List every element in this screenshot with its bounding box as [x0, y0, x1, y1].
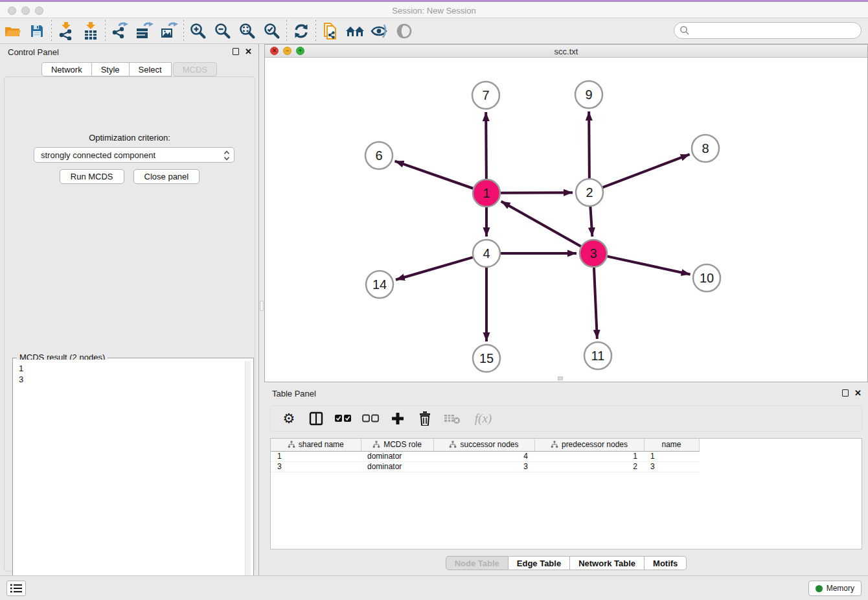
column-tree-icon — [372, 441, 380, 448]
table-cell[interactable]: 3 — [644, 461, 699, 472]
graph-node-10[interactable]: 10 — [693, 264, 720, 292]
table-cell[interactable]: 1 — [534, 451, 644, 461]
tab-node-table[interactable]: Node Table — [446, 556, 508, 570]
splitter-handle[interactable] — [260, 301, 264, 311]
clone-network-icon — [322, 22, 339, 40]
network-overview-button[interactable] — [343, 20, 367, 42]
svg-text:6: 6 — [375, 148, 382, 163]
birdseye-view-button[interactable] — [392, 20, 417, 42]
table-cell[interactable]: 1 — [644, 451, 699, 461]
control-panel-tabs: Network Style Select MCDS — [0, 62, 258, 76]
float-table-panel-icon[interactable] — [842, 389, 849, 397]
table-settings-button[interactable]: ⚙ — [280, 410, 298, 428]
graph-edge-1-2[interactable] — [501, 192, 573, 193]
float-panel-icon[interactable] — [233, 48, 239, 55]
zoom-selected-button[interactable] — [260, 20, 284, 42]
delete-row-button[interactable] — [416, 410, 434, 428]
contrast-eye-icon — [396, 23, 413, 40]
open-folder-icon — [4, 23, 21, 39]
graph-edge-3-10[interactable] — [607, 257, 690, 275]
open-session-button[interactable] — [0, 20, 25, 42]
network-graph[interactable]: 7968124314101511 — [265, 58, 867, 382]
zoom-out-button[interactable] — [211, 20, 235, 42]
tab-edge-table[interactable]: Edge Table — [508, 556, 570, 570]
graph-node-9[interactable]: 9 — [575, 81, 602, 108]
graph-node-1[interactable]: 1 — [473, 179, 500, 207]
import-network-button[interactable] — [54, 20, 78, 42]
tab-style[interactable]: Style — [92, 62, 130, 76]
canvas-resize-grip[interactable] — [558, 376, 563, 380]
zoom-fit-button[interactable] — [235, 20, 260, 42]
column-header-successor-nodes[interactable]: successor nodes — [433, 439, 534, 451]
toolbar-separator — [315, 20, 316, 42]
show-columns-button[interactable] — [307, 410, 325, 428]
column-header-shared-name[interactable]: shared name — [271, 439, 361, 451]
table-cell[interactable]: 1 — [271, 451, 361, 461]
graph-edge-4-14[interactable] — [396, 257, 473, 280]
add-row-button[interactable] — [389, 410, 407, 428]
graph-node-15[interactable]: 15 — [473, 345, 500, 372]
graph-edge-2-3[interactable] — [590, 207, 592, 237]
delete-table-button[interactable] — [443, 410, 461, 428]
column-header-predecessor-nodes[interactable]: predecessor nodes — [534, 439, 644, 451]
save-session-button[interactable] — [25, 20, 49, 42]
select-all-button[interactable] — [334, 410, 352, 428]
svg-text:7: 7 — [482, 88, 489, 102]
column-header-MCDS-role[interactable]: MCDS role — [361, 439, 433, 451]
graph-edge-2-9[interactable] — [589, 111, 589, 178]
graph-node-2[interactable]: 2 — [576, 179, 603, 206]
zoom-in-icon — [190, 23, 207, 40]
graph-edge-3-11[interactable] — [594, 268, 597, 339]
table-cell[interactable]: dominator — [361, 451, 433, 461]
tab-network[interactable]: Network — [41, 62, 92, 76]
search-input[interactable] — [674, 22, 862, 39]
graph-node-4[interactable]: 4 — [473, 240, 500, 267]
table-cell[interactable]: 3 — [433, 461, 534, 472]
run-mcds-button[interactable]: Run MCDS — [60, 169, 124, 184]
graph-node-6[interactable]: 6 — [365, 142, 393, 169]
graph-edge-2-8[interactable] — [603, 154, 690, 187]
refresh-layout-button[interactable] — [289, 20, 314, 42]
clone-network-button[interactable] — [318, 20, 343, 42]
mcds-result-list[interactable]: 1 3 — [14, 360, 252, 600]
result-scrollbar[interactable] — [245, 361, 251, 600]
graph-node-3[interactable]: 3 — [580, 240, 607, 267]
network-window-titlebar[interactable]: ✕ – + scc.txt — [265, 45, 867, 58]
close-panel-button[interactable]: Close panel — [133, 169, 200, 184]
zoom-in-button[interactable] — [186, 20, 211, 42]
main-toolbar — [0, 18, 868, 44]
graph-node-7[interactable]: 7 — [472, 82, 499, 109]
close-table-panel-icon[interactable]: ✕ — [854, 389, 862, 397]
tab-motifs[interactable]: Motifs — [645, 556, 687, 570]
graph-edge-1-7[interactable] — [486, 112, 486, 179]
panel-splitter[interactable] — [259, 44, 264, 575]
task-history-button[interactable] — [6, 581, 26, 596]
table-row[interactable]: 1dominator411 — [271, 451, 699, 461]
import-table-button[interactable] — [78, 20, 103, 42]
table-cell[interactable]: dominator — [361, 461, 433, 472]
graph-node-11[interactable]: 11 — [584, 342, 611, 369]
export-image-button[interactable] — [157, 20, 181, 42]
tab-select[interactable]: Select — [130, 62, 172, 76]
graph-edge-1-6[interactable] — [395, 161, 474, 189]
close-panel-icon[interactable]: ✕ — [245, 48, 252, 55]
apply-function-button[interactable]: f(x) — [470, 410, 496, 428]
graph-edge-3-1[interactable] — [501, 202, 581, 246]
export-network-button[interactable] — [108, 20, 132, 42]
svg-text:10: 10 — [700, 271, 714, 285]
tab-mcds[interactable]: MCDS — [173, 62, 217, 76]
column-header-name[interactable]: name — [644, 439, 699, 451]
graph-node-14[interactable]: 14 — [366, 271, 393, 298]
deselect-all-button[interactable] — [361, 410, 380, 428]
criterion-dropdown[interactable]: strongly connected component — [34, 147, 234, 163]
graph-node-8[interactable]: 8 — [692, 135, 719, 162]
memory-button[interactable]: Memory — [808, 581, 862, 596]
table-cell[interactable]: 3 — [271, 461, 361, 472]
hide-panels-button[interactable] — [367, 20, 392, 42]
network-canvas[interactable]: 7968124314101511 — [265, 58, 867, 382]
table-row[interactable]: 3dominator323 — [271, 461, 699, 472]
table-cell[interactable]: 4 — [433, 451, 534, 461]
table-cell[interactable]: 2 — [534, 461, 644, 472]
export-table-button[interactable] — [132, 20, 157, 42]
tab-network-table[interactable]: Network Table — [570, 556, 645, 570]
